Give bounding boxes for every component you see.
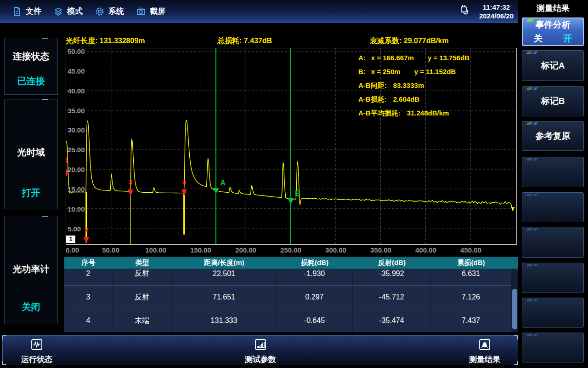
marker-b-arrow[interactable] [288,198,294,204]
table-cell: 7.126 [431,286,511,309]
power-meter-status: 关闭 [5,301,57,313]
file-icon [12,6,22,17]
x-tick-label: 50.00 [102,246,119,254]
x-tick-label: 450.00 [460,246,481,254]
right-function-panel: 测量结果 事件分析 关 开 标记A 标记B 参考复原 [518,0,588,368]
connection-status-value: 已连接 [5,75,57,87]
trace-end-arrow [511,207,514,211]
power-meter-panel[interactable]: 光功率计 关闭 [4,216,58,324]
tab-measurement-results-label: 测量结果 [469,354,500,365]
ab-loss-readout: A-B损耗:2.604dB [358,92,469,106]
marker-a-readout: A:x = 166.667my = 13.756dB [358,51,469,65]
power-meter-title: 光功率计 [5,263,57,276]
tab-measurement-results[interactable]: 测量结果 [455,339,514,365]
clock: 11:47:32 2024/06/20 [479,3,514,20]
table-row[interactable]: 2反射22.501-1.930-35.9926.631 [64,269,511,285]
connection-status-title: 连接状态 [5,50,57,63]
trace-number-badge: 1 [66,236,75,243]
camera-icon [136,6,146,17]
right-panel-title: 测量结果 [518,3,588,14]
usb-plug-icon [458,3,472,20]
menu-system[interactable]: 系统 [95,6,124,17]
bottom-tab-bar: 运行状态 测试参数 测量结果 [2,335,518,365]
x-tick-label: 0.00 [66,246,79,254]
x-tick-label: 100.00 [145,246,166,254]
otdr-instrument-screen: 文件 模式 系统 截屏 11:47:32 2024/06/20 连接状态 已连接… [0,0,588,368]
ab-avg-loss-readout: A-B平均损耗:31.248dB/km [358,106,469,120]
total-loss-summary: 总损耗: 7.437dB [217,36,272,46]
clock-time: 11:47:32 [479,3,514,12]
otdr-module-panel[interactable]: 光时域 打开 [4,99,58,209]
event-analysis-off-label[interactable]: 关 [534,33,543,45]
event-2-arrow [84,237,89,243]
table-cell: 反射 [113,269,172,285]
otdr-module-title: 光时域 [5,146,57,159]
event-1-arrow [66,170,69,176]
marker-annotations: A:x = 166.667my = 13.756dB B:x = 250my =… [358,51,469,120]
empty-function-button [522,333,584,362]
table-scrollbar-thumb[interactable] [512,289,517,329]
table-row[interactable]: 3反射71.6510.297-45.7127.126 [64,285,511,309]
tab-test-parameters[interactable]: 测试参数 [233,339,288,365]
table-cell: 7.437 [431,309,511,332]
marker-b-readout: B:x = 250my = 11.152dB [358,65,469,79]
table-cell: -45.712 [353,286,431,309]
otdr-trace [66,120,513,210]
table-cell: -1.930 [277,269,353,285]
empty-function-button [522,298,584,328]
empty-function-button [522,227,584,258]
header-distance: 距离/长度(m) [172,257,277,269]
gear-icon [95,6,105,17]
table-row[interactable]: 4末端131.333-0.645-35.4747.437 [64,309,511,332]
reference-restore-button[interactable]: 参考复原 [522,121,584,151]
table-cell: 4 [64,309,113,332]
ab-distance-readout: A-B间距:83.3333m [358,79,469,92]
table-scrollbar [511,269,518,332]
tab-test-parameters-label: 测试参数 [245,354,276,365]
menu-screenshot-label: 截屏 [150,6,165,17]
table-cell: -35.992 [353,269,431,285]
table-cell: 2 [64,269,113,285]
event-3-number: 3 [129,178,132,186]
header-index: 序号 [64,257,113,269]
menu-screenshot[interactable]: 截屏 [136,6,165,17]
table-cell: 0.297 [277,286,353,309]
empty-function-button [522,192,584,222]
x-tick-label: 300.00 [325,246,346,254]
empty-function-button [522,263,584,293]
menu-file-label: 文件 [26,6,41,17]
header-cumulative-loss: 累损(dB) [431,257,511,269]
event-analysis-on-label[interactable]: 开 [563,33,572,45]
waveform-icon [31,339,43,353]
table-cell: 末端 [113,309,172,332]
x-tick-label: 250.00 [280,246,301,254]
x-tick-label: 400.00 [415,246,436,254]
table-cell: 6.631 [431,269,511,285]
menu-mode[interactable]: 模式 [53,6,83,17]
empty-function-button [522,157,584,187]
header-loss: 损耗(dB) [277,257,353,269]
event-1-number: 1 [66,156,68,164]
clock-date: 2024/06/20 [479,12,514,20]
marker-b-button[interactable]: 标记B [522,86,584,116]
layers-icon [53,6,63,17]
marker-a-button[interactable]: 标记A [522,50,584,81]
x-tick-label: 350.00 [370,246,391,254]
tab-run-status[interactable]: 运行状态 [9,339,64,365]
connection-status-panel[interactable]: 连接状态 已连接 [4,38,58,95]
event-analysis-toggle-button[interactable]: 事件分析 关 开 [522,17,584,46]
x-tick-label: 200.00 [235,246,256,254]
x-tick-label: 150.00 [190,246,211,254]
event-3-arrow [128,190,133,196]
event-4-number: 4 [182,178,187,186]
header-type: 类型 [113,257,172,269]
menu-file[interactable]: 文件 [12,6,41,17]
trace-summary-row: 光纤长度: 131.332809m 总损耗: 7.437dB 衰减系数: 29.… [66,36,517,46]
tab-run-status-label: 运行状态 [21,354,52,365]
top-menu-bar: 文件 模式 系统 截屏 11:47:32 2024/06/20 [0,0,518,23]
header-reflection: 反射(dB) [353,257,431,269]
x-axis-labels: 0.0050.00100.00150.00200.00250.00300.003… [66,246,517,255]
event-analysis-label: 事件分析 [536,19,571,31]
marker-b-label: B [295,189,300,198]
events-table: 序号 类型 距离/长度(m) 损耗(dB) 反射(dB) 累损(dB) 2反射2… [64,257,518,332]
